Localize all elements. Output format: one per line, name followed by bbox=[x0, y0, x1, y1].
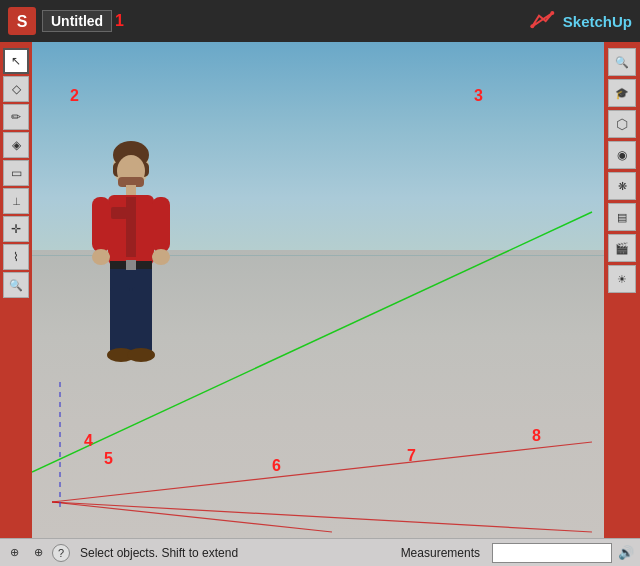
annotation-1: 1 bbox=[115, 12, 124, 30]
logo-area: SketchUp bbox=[527, 5, 632, 37]
svg-rect-18 bbox=[111, 207, 127, 219]
svg-rect-20 bbox=[152, 197, 170, 252]
svg-point-29 bbox=[127, 348, 155, 362]
window-title: Untitled bbox=[42, 10, 112, 32]
left-toolbar: ↖ ◇ ✏ ◈ ▭ ⟂ ✛ ⌇ 🔍 bbox=[0, 42, 32, 538]
sketchup-logo-icon bbox=[527, 5, 559, 37]
measurements-input[interactable] bbox=[492, 543, 612, 563]
axes-icon[interactable]: ⊕ bbox=[4, 543, 24, 563]
tool-pushpull[interactable]: ⟂ bbox=[3, 188, 29, 214]
title-bar: S Untitled SketchUp 1 bbox=[0, 0, 640, 42]
tool-styles[interactable]: ❋ bbox=[608, 172, 636, 200]
human-figure bbox=[84, 127, 179, 397]
tool-pencil[interactable]: ✏ bbox=[3, 104, 29, 130]
tool-shadows[interactable]: ☀ bbox=[608, 265, 636, 293]
status-message: Select objects. Shift to extend bbox=[74, 546, 389, 560]
tool-instructor[interactable]: 🎓 bbox=[608, 79, 636, 107]
help-icon[interactable]: ? bbox=[52, 544, 70, 562]
tool-paint[interactable]: ◈ bbox=[3, 132, 29, 158]
svg-marker-2 bbox=[532, 13, 552, 26]
svg-point-22 bbox=[152, 249, 170, 265]
svg-rect-27 bbox=[126, 260, 136, 270]
svg-rect-19 bbox=[92, 197, 110, 252]
tool-tape[interactable]: ⌇ bbox=[3, 244, 29, 270]
svg-rect-17 bbox=[126, 197, 136, 257]
tool-zoom[interactable]: 🔍 bbox=[3, 272, 29, 298]
tool-select[interactable]: ↖ bbox=[3, 48, 29, 74]
app: S Untitled SketchUp 1 ↖ ◇ ✏ ◈ ▭ ⟂ ✛ ⌇ 🔍 bbox=[0, 0, 640, 566]
svg-rect-24 bbox=[110, 287, 130, 352]
tool-rectangle[interactable]: ▭ bbox=[3, 160, 29, 186]
status-bar: ⊕ ⊕ ? Select objects. Shift to extend Me… bbox=[0, 538, 640, 566]
logo-text: SketchUp bbox=[563, 13, 632, 30]
svg-point-4 bbox=[550, 11, 554, 15]
app-icon: S bbox=[8, 7, 36, 35]
tool-search[interactable]: 🔍 bbox=[608, 48, 636, 76]
svg-point-3 bbox=[530, 24, 534, 28]
tool-eraser[interactable]: ◇ bbox=[3, 76, 29, 102]
tool-scenes[interactable]: 🎬 bbox=[608, 234, 636, 262]
svg-point-21 bbox=[92, 249, 110, 265]
tool-move[interactable]: ✛ bbox=[3, 216, 29, 242]
svg-text:S: S bbox=[17, 13, 28, 30]
right-toolbar: 🔍 🎓 ⬡ ◉ ❋ ▤ 🎬 ☀ bbox=[604, 42, 640, 538]
viewport[interactable]: 2 3 4 5 6 7 8 bbox=[32, 42, 604, 538]
measurements-label: Measurements bbox=[393, 546, 488, 560]
tool-materials[interactable]: ◉ bbox=[608, 141, 636, 169]
svg-rect-25 bbox=[132, 287, 152, 352]
speaker-icon[interactable]: 🔊 bbox=[616, 543, 636, 563]
main-area: ↖ ◇ ✏ ◈ ▭ ⟂ ✛ ⌇ 🔍 bbox=[0, 42, 640, 538]
geo-location-icon[interactable]: ⊕ bbox=[28, 543, 48, 563]
title-left: S Untitled bbox=[8, 7, 112, 35]
tool-components[interactable]: ⬡ bbox=[608, 110, 636, 138]
tool-layers[interactable]: ▤ bbox=[608, 203, 636, 231]
